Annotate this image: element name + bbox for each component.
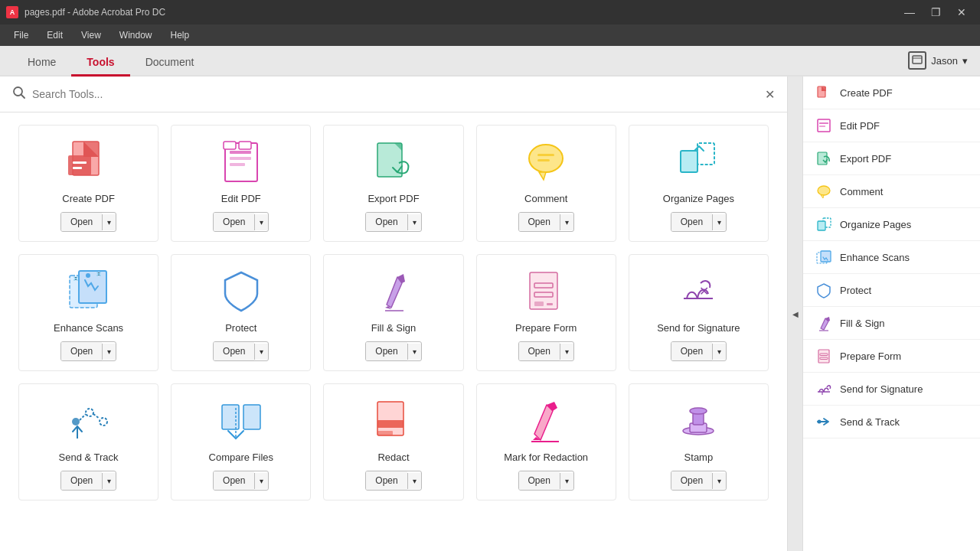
side-item-edit-pdf[interactable]: Edit PDF (803, 109, 980, 142)
menu-window[interactable]: Window (112, 27, 160, 44)
compare-files-open-arrow[interactable]: ▾ (254, 473, 268, 489)
menu-view[interactable]: View (74, 27, 109, 44)
prepare-form-open[interactable]: Open ▾ (518, 341, 574, 361)
side-item-fill-sign[interactable]: Fill & Sign (803, 307, 980, 340)
svg-marker-58 (821, 195, 824, 198)
tool-card-protect[interactable]: Protect Open ▾ (171, 254, 311, 371)
redact-open[interactable]: Open ▾ (365, 471, 421, 491)
send-track-open-arrow[interactable]: ▾ (102, 473, 116, 489)
menu-bar: File Edit View Window Help (0, 24, 980, 46)
side-send-signature-label: Send for Signature (840, 383, 923, 395)
minimize-button[interactable]: — (897, 0, 922, 24)
create-pdf-icon (64, 138, 113, 187)
fill-sign-open-main[interactable]: Open (366, 342, 407, 360)
mark-redaction-open[interactable]: Open ▾ (518, 471, 574, 491)
enhance-scans-open-main[interactable]: Open (61, 342, 102, 360)
tool-card-compare-files[interactable]: Compare Files Open ▾ (171, 383, 311, 500)
svg-point-26 (86, 273, 90, 278)
create-pdf-open-main[interactable]: Open (61, 213, 102, 231)
redact-open-arrow[interactable]: ▾ (407, 473, 421, 489)
tab-home[interactable]: Home (12, 50, 71, 77)
send-signature-open[interactable]: Open ▾ (671, 341, 727, 361)
tool-card-stamp[interactable]: Stamp Open ▾ (629, 383, 769, 500)
side-send-signature-icon (815, 380, 832, 397)
search-clear-button[interactable]: ✕ (765, 87, 775, 102)
side-item-enhance-scans[interactable]: Enhance Scans (803, 241, 980, 274)
comment-open-arrow[interactable]: ▾ (560, 214, 573, 230)
tool-card-edit-pdf[interactable]: Edit PDF Open ▾ (171, 125, 311, 242)
tool-card-send-signature[interactable]: ✕ Send for Signature Open ▾ (629, 254, 769, 371)
menu-help[interactable]: Help (163, 27, 198, 44)
maximize-button[interactable]: ❐ (923, 0, 948, 24)
side-item-send-signature[interactable]: Send for Signature (803, 373, 980, 406)
prepare-form-open-main[interactable]: Open (519, 342, 560, 360)
collapse-panel-button[interactable]: ◀ (787, 77, 802, 551)
menu-file[interactable]: File (6, 27, 36, 44)
close-button[interactable]: ✕ (949, 0, 974, 24)
stamp-open[interactable]: Open ▾ (671, 471, 727, 491)
organize-pages-open-arrow[interactable]: ▾ (712, 214, 726, 230)
svg-rect-44 (377, 431, 393, 435)
menu-edit[interactable]: Edit (39, 27, 70, 44)
svg-text:✕: ✕ (699, 285, 709, 298)
protect-open[interactable]: Open ▾ (213, 341, 269, 361)
tool-card-prepare-form[interactable]: Prepare Form Open ▾ (476, 254, 616, 371)
tool-card-organize-pages[interactable]: Organize Pages Open ▾ (629, 125, 769, 242)
tool-card-send-track[interactable]: Send & Track Open ▾ (18, 383, 158, 500)
side-item-comment[interactable]: Comment (803, 175, 980, 208)
create-pdf-open[interactable]: Open ▾ (60, 212, 116, 232)
compare-files-open-main[interactable]: Open (214, 471, 254, 490)
side-item-protect[interactable]: Protect (803, 274, 980, 307)
stamp-open-main[interactable]: Open (671, 471, 712, 490)
edit-pdf-open[interactable]: Open ▾ (213, 212, 269, 232)
enhance-scans-open[interactable]: Open ▾ (60, 341, 116, 361)
tab-tools[interactable]: Tools (71, 50, 129, 77)
side-item-send-track[interactable]: Send & Track (803, 406, 980, 439)
fill-sign-open[interactable]: Open ▾ (365, 341, 421, 361)
redact-open-main[interactable]: Open (366, 471, 407, 490)
side-prepare-form-label: Prepare Form (840, 350, 901, 362)
stamp-open-arrow[interactable]: ▾ (712, 473, 726, 489)
send-track-open[interactable]: Open ▾ (60, 471, 116, 491)
tool-card-fill-sign[interactable]: Fill & Sign Open ▾ (323, 254, 463, 371)
side-item-create-pdf[interactable]: Create PDF (803, 77, 980, 109)
tab-bar: Home Tools Document Jason ▾ (0, 46, 980, 77)
compare-files-open[interactable]: Open ▾ (213, 471, 269, 491)
app-icon: A (6, 6, 18, 18)
mark-redaction-open-arrow[interactable]: ▾ (560, 473, 573, 489)
tool-card-comment[interactable]: Comment Open ▾ (476, 125, 616, 242)
tool-card-mark-redaction[interactable]: Mark for Redaction Open ▾ (476, 383, 616, 500)
send-signature-open-arrow[interactable]: ▾ (712, 344, 726, 360)
tab-document[interactable]: Document (130, 50, 210, 77)
send-signature-open-main[interactable]: Open (671, 342, 712, 360)
protect-label: Protect (225, 322, 256, 334)
enhance-scans-open-arrow[interactable]: ▾ (102, 344, 116, 360)
fill-sign-open-arrow[interactable]: ▾ (407, 344, 421, 360)
side-item-export-pdf[interactable]: Export PDF (803, 142, 980, 175)
user-menu[interactable]: Jason ▾ (908, 51, 968, 70)
organize-pages-open-main[interactable]: Open (671, 213, 712, 231)
tool-card-redact[interactable]: Redact Open ▾ (323, 383, 463, 500)
comment-open-main[interactable]: Open (519, 213, 560, 231)
side-item-prepare-form[interactable]: Prepare Form (803, 340, 980, 373)
side-item-organize-pages[interactable]: Organize Pages (803, 208, 980, 241)
search-input[interactable] (32, 88, 759, 100)
svg-marker-19 (539, 172, 546, 180)
create-pdf-open-arrow[interactable]: ▾ (102, 214, 116, 230)
mark-redaction-open-main[interactable]: Open (519, 471, 560, 490)
edit-pdf-open-arrow[interactable]: ▾ (254, 214, 268, 230)
comment-open[interactable]: Open ▾ (518, 212, 574, 232)
tool-card-export-pdf[interactable]: Export PDF Open ▾ (323, 125, 463, 242)
protect-open-main[interactable]: Open (214, 342, 254, 360)
content-area: ✕ Create P (0, 77, 787, 551)
edit-pdf-open-main[interactable]: Open (214, 213, 254, 231)
prepare-form-open-arrow[interactable]: ▾ (560, 344, 573, 360)
export-pdf-open-arrow[interactable]: ▾ (407, 214, 421, 230)
protect-open-arrow[interactable]: ▾ (254, 344, 268, 360)
organize-pages-open[interactable]: Open ▾ (671, 212, 727, 232)
export-pdf-open[interactable]: Open ▾ (365, 212, 421, 232)
send-track-open-main[interactable]: Open (61, 471, 102, 490)
tool-card-enhance-scans[interactable]: Enhance Scans Open ▾ (18, 254, 158, 371)
export-pdf-open-main[interactable]: Open (366, 213, 407, 231)
tool-card-create-pdf[interactable]: Create PDF Open ▾ (18, 125, 158, 242)
